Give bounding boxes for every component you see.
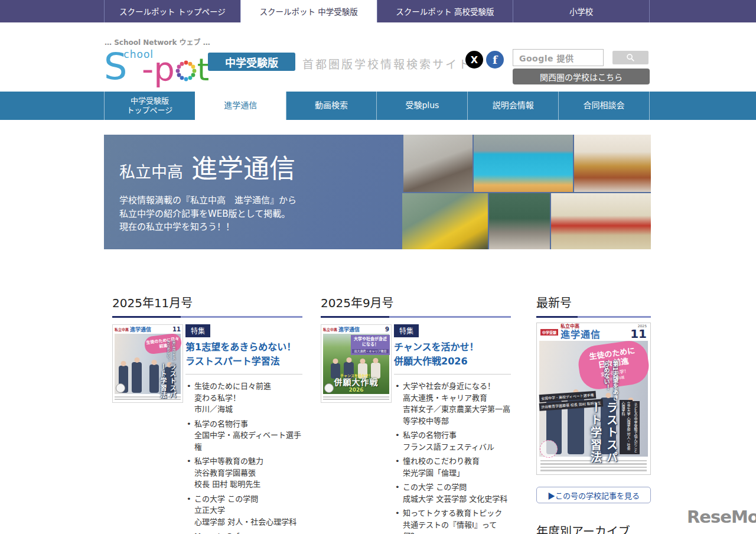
photo-tatami-ceremony [551,193,651,249]
hero-desc-line: 学校情報満載の『私立中高 進学通信』から [119,194,296,207]
navtab-label: 中学受験版 [131,96,169,106]
cover-logo-main: 進学通信 [561,330,601,340]
hero-title: 私立中高 進学通信 [119,148,296,185]
cover-issue-number: 2025 11 [630,324,647,340]
navtab-top-page[interactable]: 中学受験版 トップページ [104,92,195,120]
site-topbar-tabs: スクールポット トップページ スクールポット 中学受験版 スクールポット 高校受… [104,0,650,22]
cover-vertical-title: 第1志望をあきらめない！ ラストスパート学習法 [158,340,177,402]
photo-classroom [574,135,651,192]
cover-vertical-main: ラストスパート学習法 [158,363,177,402]
student-figure [132,362,142,393]
logo-chool: chool [123,48,154,60]
feature-badge: 特集 [185,324,210,337]
toc-item: この大学 この学問立正大学心理学部 対人・社会心理学科 [185,493,302,528]
photo-indoor-pool [474,135,573,192]
section-navbar: 中学受験版 トップページ 進学通信 動画検索 受験plus 説明会情報 合同相談… [0,92,756,120]
heading-underline [112,316,302,318]
toc-item: 憧れ校のこだわり教育栄光学園「倫理」 [394,455,511,478]
hero-desc-line: 現在の私立中学を知ろう！！ [119,220,296,234]
cover-logo-small: 私立中高 [115,327,129,332]
cover-chip: 立正大学 心理学部 対人・社会心理学科 [620,400,633,454]
hero-banner: 私立中高 進学通信 学校情報満載の『私立中高 進学通信』から 私立中学の紹介記事… [104,135,651,249]
feature-badge: 特集 [394,324,419,337]
issue-column-september: 2025年9月号 私立中高 進学通信 9 大学や社会が身近になる！ 高大連携・キ… [321,294,511,534]
cover-issue-no: 11 [630,327,647,341]
latest-magazine-cover[interactable]: 中学受験 私立中高 進学通信 2025 11 生徒のために日々前進 変わる私学 [536,323,651,475]
hero-title-main: 進学通信 [191,148,295,185]
navtab-video-search[interactable]: 動画検索 [286,92,377,120]
resemom-watermark: リセマム ReseMom. [687,507,756,527]
edition-badge[interactable]: 中学受験版 [208,53,295,71]
navtab-juken-plus[interactable]: 受験plus [376,92,467,120]
cover-vertical-main: ラストスパート学習法 [588,402,620,474]
photo-jumping-student [403,135,472,192]
spot-logo[interactable]: S chool -p t [104,44,209,83]
photo-blackboard-lesson [489,193,550,249]
cover-vertical-sub: 第1志望をあきらめない！ [589,361,620,402]
toc-item: 私学の名物行事全国中学・高校ディベート選手権 [185,418,302,453]
cover-logo: 私立中高 進学通信 [561,324,601,340]
magnifier-icon [626,53,635,62]
toc-item: この大学 この学問成城大学 文芸学部 文化史学科 [394,481,511,504]
cover-issue-number: 9 [385,326,389,333]
toc-item: 大学や社会が身近になる！高大連携・キャリア教育吉祥女子／東京農業大学第一高等学校… [394,380,511,426]
divider [394,374,511,375]
google-search-input[interactable]: Google 提供 [513,49,604,66]
hero-title-prefix: 私立中高 [119,159,183,183]
cover-vertical-title: 第1志望をあきらめない！ ラストスパート学習法 [588,361,620,474]
site-header: … School Network ウェブ … S chool -p t 中学受験… [0,22,756,92]
site-tagline: 首都圏版学校情報検索サイト [302,56,471,71]
google-search-placeholder: Google 提供 [519,52,573,64]
cover-logo-small: 私立中高 [323,327,337,332]
resemom-logo-text: ReseMom. [687,507,756,527]
feature-title-line: チャンスを活かせ！ [394,340,511,354]
feature-title: チャンスを活かせ！ 併願大作戦2026 [394,340,511,369]
issue-heading: 2025年9月号 [321,294,511,311]
cover-stamp-icon [116,383,125,393]
cover-vertical-sub: 第1志望をあきらめない！ [159,340,177,363]
issue-heading: 2025年11月号 [112,294,302,311]
toptab-shogakko[interactable]: 小学校 [513,0,650,22]
issue-column-november: 2025年11月号 私立中高 進学通信 11 生徒のために日々前進 第1志望をあ… [112,294,302,534]
cover-chip: 子どもの中学受験で悩んだこと [632,401,640,454]
navtab-label2: トップページ [127,106,173,115]
feature-title-line: 第1志望をあきらめない！ [185,340,302,354]
hero-photo-collage [402,135,651,249]
issue-toc: 大学や社会が身近になる！高大連携・キャリア教育吉祥女子／東京農業大学第一高等学校… [394,380,511,534]
cover-badge-text: 大学や社会が身近になる！ [354,337,387,347]
magazine-cover-september[interactable]: 私立中高 進学通信 9 大学や社会が身近になる！ 高大連携・キャリア教育 チャン… [321,324,392,403]
navtab-godosodankai[interactable]: 合同相談会 [558,92,650,120]
cover-stamp-icon [324,383,334,393]
cover-band: 私立中高 進学通信 11 [113,325,183,334]
x-icon[interactable]: X [465,51,483,69]
feature-title: 第1志望をあきらめない！ ラストスパート学習法 [185,340,302,369]
cover-purple-badge: 大学や社会が身近になる！ 高大連携・キャリア教育 [351,335,390,355]
hero-desc-line: 私立中学の紹介記事をWEB版として掲載。 [119,207,296,221]
heading-underline [321,316,511,318]
photo-rafting [402,193,488,249]
toptab-spot-home[interactable]: スクールポット トップページ [104,0,240,22]
magazine-cover-november[interactable]: 私立中高 進学通信 11 生徒のために日々前進 第1志望をあきらめない！ ラスト… [112,324,183,403]
facebook-icon[interactable]: f [486,51,504,69]
view-latest-articles-button[interactable]: ▶この号の学校記事を見る [536,487,651,503]
toc-item: 私学中等教育の魅力渋谷教育学園幕張校長 田村 聡明先生 [185,455,302,490]
latest-heading: 最新号 [536,294,651,311]
navtab-setsumeikai[interactable]: 説明会情報 [467,92,558,120]
toptab-spot-chugaku[interactable]: スクールポット 中学受験版 [240,0,377,22]
feature-title-line: ラストスパート学習法 [185,354,302,369]
toc-item: 私学の名物行事フランス語フェスティバル [394,429,511,452]
cover-edition-tab: 中学受験 [540,329,558,336]
cover-pink-note [540,440,558,458]
kansai-schools-button[interactable]: 関西圏の学校はこちら [513,69,650,84]
logo-dotted-o-icon [175,60,197,82]
cover-logo-main: 進学通信 [338,325,360,333]
page: スクールポット トップページ スクールポット 中学受験版 スクールポット 高校受… [0,0,756,534]
cover-band: 私立中高 進学通信 9 [321,325,391,334]
search-button[interactable] [612,51,649,64]
feature-title-line: 併願大作戦2026 [394,354,511,369]
site-topbar: スクールポット トップページ スクールポット 中学受験版 スクールポット 高校受… [0,0,756,22]
toc-item: 生徒のために日々前進変わる私学！市川／海城 [185,380,302,415]
navtab-shingaku-tsushin[interactable]: 進学通信 [195,92,286,120]
toptab-spot-koko[interactable]: スクールポット 高校受験版 [377,0,513,22]
hero-text: 私立中高 進学通信 学校情報満載の『私立中高 進学通信』から 私立中学の紹介記事… [119,148,296,234]
